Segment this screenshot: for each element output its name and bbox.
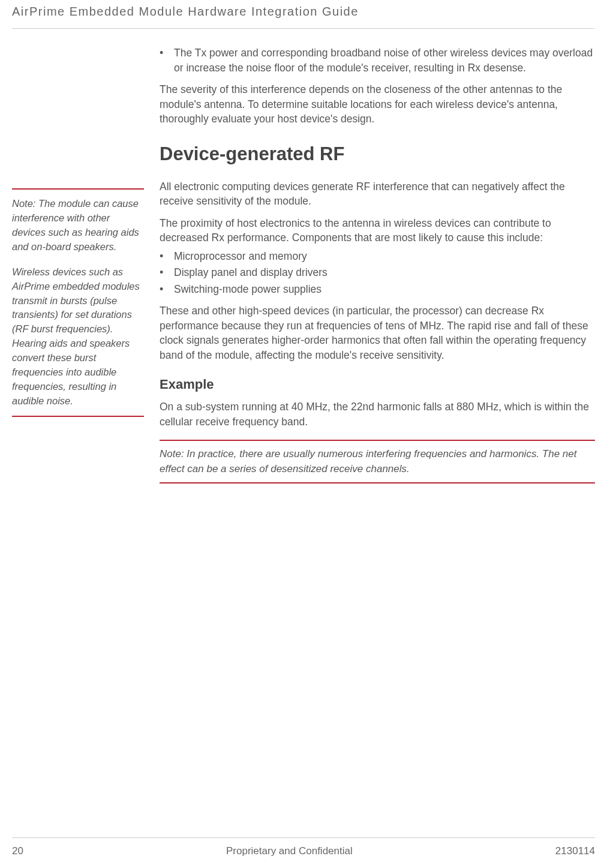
heading-example: Example: [160, 377, 595, 392]
inline-note-label: Note:: [160, 448, 184, 459]
list-item: Display panel and display drivers: [174, 265, 595, 280]
footer-doc-id: 2130114: [555, 845, 595, 857]
sidebar-note: Note: The module can cause interference …: [12, 188, 144, 417]
sidebar-column: Note: The module can cause interference …: [12, 46, 144, 483]
page-footer: 20 Proprietary and Confidential 2130114: [12, 837, 595, 857]
note-label: Note:: [12, 198, 35, 209]
page-header: AirPrime Embedded Module Hardware Integr…: [12, 0, 595, 29]
list-item: Switching-mode power supplies: [174, 282, 595, 297]
para-severity: The severity of this interference depend…: [160, 82, 595, 127]
content-wrapper: Note: The module can cause interference …: [12, 46, 595, 483]
inline-note: Note: In practice, there are usually num…: [160, 440, 595, 483]
list-item: Microprocessor and memory: [174, 249, 595, 264]
footer-page-number: 20: [12, 845, 23, 857]
header-title: AirPrime Embedded Module Hardware Integr…: [12, 5, 359, 18]
sidebar-note-para1: Note: The module can cause interference …: [12, 197, 144, 254]
component-list: Microprocessor and memory Display panel …: [160, 249, 595, 297]
list-item: The Tx power and corresponding broadband…: [174, 46, 595, 75]
para-highspeed: These and other high-speed devices (in p…: [160, 304, 595, 362]
main-column: The Tx power and corresponding broadband…: [160, 46, 595, 483]
inline-note-body: In practice, there are usually numerous …: [160, 448, 577, 474]
para-intro-rf: All electronic computing devices generat…: [160, 179, 595, 209]
para-example: On a sub-system running at 40 MHz, the 2…: [160, 400, 595, 429]
heading-device-rf: Device-generated RF: [160, 143, 595, 165]
sidebar-note-para2: Wireless devices such as AirPrime embedd…: [12, 265, 144, 409]
para-proximity: The proximity of host electronics to the…: [160, 216, 595, 245]
footer-confidentiality: Proprietary and Confidential: [226, 845, 353, 857]
intro-bullet-list: The Tx power and corresponding broadband…: [160, 46, 595, 75]
